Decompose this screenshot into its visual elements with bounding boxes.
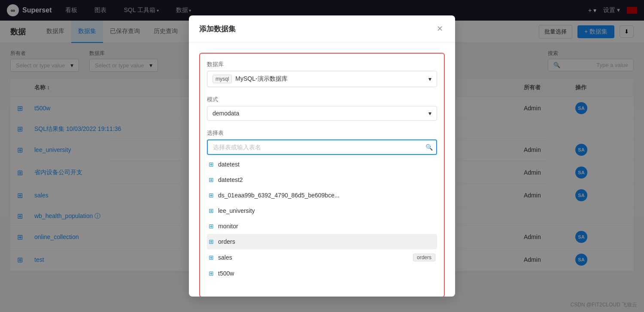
table-option-icon: ⊞ — [209, 176, 214, 183]
modal-close-button[interactable]: ✕ — [435, 22, 445, 35]
table-option[interactable]: ⊞ t500w — [207, 266, 437, 281]
table-option-label: t500w — [218, 270, 435, 277]
table-section-label: 选择表 — [207, 129, 437, 137]
search-icon: 🔍 — [425, 144, 433, 151]
table-option-label: monitor — [218, 223, 435, 230]
table-option-label: orders — [218, 238, 435, 245]
table-option-label: datetest2 — [218, 176, 435, 183]
db-tag: mysql — [213, 75, 232, 83]
table-option-icon: ⊞ — [209, 270, 214, 277]
table-option[interactable]: ⊞ datetest — [207, 157, 437, 172]
table-option-icon: ⊞ — [209, 238, 214, 245]
db-value: MySQL-演示数据库 — [235, 75, 287, 83]
database-select[interactable]: mysql MySQL-演示数据库 ▾ — [207, 71, 437, 87]
table-option-label: datetest — [218, 161, 435, 168]
modal-header: 添加数据集 ✕ — [189, 15, 455, 42]
schema-section: 模式 demodata ▾ — [207, 96, 437, 121]
table-option[interactable]: ⊞ lee_university — [207, 203, 437, 218]
add-dataset-modal: 添加数据集 ✕ 数据库 mysql MySQL-演示数据库 ▾ — [189, 15, 455, 296]
schema-select-arrow: ▾ — [428, 110, 431, 117]
table-option[interactable]: ⊞ sales orders — [207, 249, 437, 266]
table-option[interactable]: ⊞ datetest2 — [207, 172, 437, 188]
database-section: 数据库 mysql MySQL-演示数据库 ▾ — [207, 61, 437, 87]
table-search-input[interactable] — [207, 139, 437, 155]
modal-form-section: 数据库 mysql MySQL-演示数据库 ▾ 模式 demodata ▾ — [199, 53, 445, 296]
table-option-label: ds_01eaa99b_6392_4790_86d5_be609bce... — [218, 192, 435, 199]
table-options-list: ⊞ datetest ⊞ datetest2 ⊞ ds_01eaa99b_639… — [207, 157, 437, 281]
schema-value: demodata — [213, 110, 239, 117]
table-option-icon: ⊞ — [209, 207, 214, 214]
table-option-label: lee_university — [218, 207, 435, 214]
table-option-label: sales — [218, 254, 409, 261]
table-option-icon: ⊞ — [209, 161, 214, 168]
table-option-icon: ⊞ — [209, 223, 214, 230]
database-section-label: 数据库 — [207, 61, 437, 68]
schema-section-label: 模式 — [207, 96, 437, 103]
modal-body: 数据库 mysql MySQL-演示数据库 ▾ 模式 demodata ▾ — [189, 42, 455, 296]
table-option-icon: ⊞ — [209, 192, 214, 199]
database-select-arrow: ▾ — [428, 76, 431, 82]
table-option-icon: ⊞ — [209, 254, 214, 261]
table-option[interactable]: ⊞ ds_01eaa99b_6392_4790_86d5_be609bce... — [207, 188, 437, 203]
table-section: 选择表 🔍 ⊞ datetest ⊞ d — [207, 129, 437, 281]
table-option[interactable]: ⊞ orders — [207, 234, 437, 249]
modal-title: 添加数据集 — [199, 24, 236, 34]
schema-select[interactable]: demodata ▾ — [207, 106, 437, 121]
table-search-wrapper: 🔍 — [207, 139, 437, 155]
option-badge: orders — [413, 254, 435, 261]
modal-overlay[interactable]: 添加数据集 ✕ 数据库 mysql MySQL-演示数据库 ▾ — [0, 0, 644, 312]
table-option[interactable]: ⊞ monitor — [207, 218, 437, 234]
